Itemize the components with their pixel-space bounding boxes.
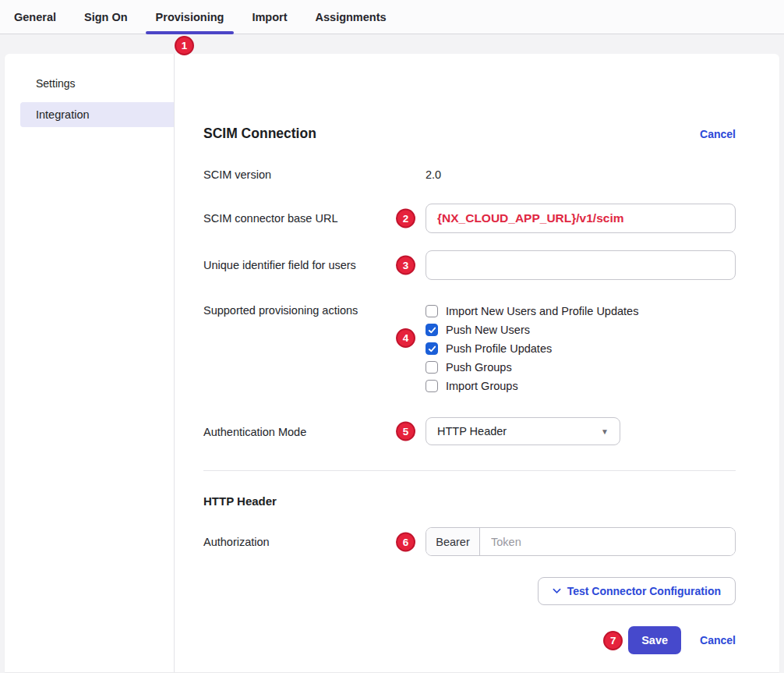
checkbox[interactable] bbox=[426, 342, 438, 355]
unique-id-input[interactable] bbox=[426, 250, 736, 280]
checkbox-push-profile-updates[interactable]: Push Profile Updates bbox=[426, 339, 736, 358]
scim-version-label: SCIM version bbox=[203, 168, 426, 182]
check-icon bbox=[428, 326, 436, 335]
checkbox-label: Import Groups bbox=[446, 380, 518, 392]
checkbox-import-new-users[interactable]: Import New Users and Profile Updates bbox=[426, 302, 736, 321]
checkbox[interactable] bbox=[426, 380, 438, 392]
sidebar-item-integration[interactable]: Integration bbox=[20, 102, 174, 127]
tab-general[interactable]: General bbox=[0, 0, 70, 34]
save-button[interactable]: Save bbox=[628, 626, 681, 654]
auth-mode-selected-value: HTTP Header bbox=[437, 425, 507, 437]
test-connector-button[interactable]: Test Connector Configuration bbox=[538, 577, 736, 605]
bearer-prefix: Bearer bbox=[426, 528, 480, 555]
annotation-badge-5: 5 bbox=[396, 422, 415, 441]
checkbox-push-new-users[interactable]: Push New Users bbox=[426, 321, 736, 339]
unique-id-label: Unique identifier field for users bbox=[203, 250, 426, 280]
provisioning-actions-label: Supported provisioning actions bbox=[203, 302, 426, 395]
checkbox-label: Import New Users and Profile Updates bbox=[446, 305, 638, 317]
page-title: SCIM Connection bbox=[203, 126, 316, 142]
tab-assignments[interactable]: Assignments bbox=[302, 0, 401, 34]
scim-version-value: 2.0 bbox=[426, 168, 441, 181]
check-icon bbox=[428, 345, 436, 353]
chevron-down-icon: ▼ bbox=[601, 427, 609, 436]
sidebar-heading: Settings bbox=[5, 77, 174, 90]
test-connector-label: Test Connector Configuration bbox=[567, 585, 721, 597]
base-url-input[interactable] bbox=[426, 204, 736, 233]
cancel-link-top[interactable]: Cancel bbox=[700, 128, 736, 140]
main-card: Settings Integration SCIM Connection Can… bbox=[5, 54, 779, 672]
scim-connection-form: SCIM Connection Cancel SCIM version 2.0 … bbox=[175, 54, 779, 672]
authorization-label: Authorization bbox=[203, 527, 426, 556]
annotation-badge-4: 4 bbox=[396, 328, 415, 348]
checkbox[interactable] bbox=[426, 361, 438, 374]
checkbox-import-groups[interactable]: Import Groups bbox=[426, 377, 736, 395]
checkbox[interactable] bbox=[426, 324, 438, 336]
token-input[interactable] bbox=[480, 528, 735, 555]
checkbox-label: Push New Users bbox=[446, 324, 530, 336]
tab-import[interactable]: Import bbox=[238, 0, 301, 34]
section-divider bbox=[203, 470, 736, 471]
auth-mode-label: Authentication Mode bbox=[203, 417, 426, 445]
base-url-label: SCIM connector base URL bbox=[203, 204, 426, 233]
tab-provisioning[interactable]: Provisioning bbox=[142, 0, 238, 34]
chevron-down-icon bbox=[553, 588, 561, 594]
settings-sidebar: Settings Integration bbox=[5, 54, 175, 672]
checkbox[interactable] bbox=[426, 305, 438, 317]
tab-sign-on[interactable]: Sign On bbox=[70, 0, 142, 34]
cancel-link-bottom[interactable]: Cancel bbox=[700, 634, 736, 646]
checkbox-label: Push Groups bbox=[446, 361, 512, 374]
annotation-badge-3: 3 bbox=[396, 256, 415, 275]
auth-mode-select[interactable]: HTTP Header ▼ bbox=[426, 417, 620, 445]
authorization-input-group: Bearer bbox=[426, 527, 736, 556]
checkbox-push-groups[interactable]: Push Groups bbox=[426, 358, 736, 377]
checkbox-label: Push Profile Updates bbox=[446, 342, 552, 355]
annotation-badge-7: 7 bbox=[603, 631, 623, 650]
annotation-badge-1: 1 bbox=[175, 36, 194, 55]
annotation-badge-2: 2 bbox=[396, 209, 415, 228]
http-header-section-title: HTTP Header bbox=[203, 494, 736, 508]
app-tab-bar: General Sign On Provisioning Import Assi… bbox=[0, 0, 784, 34]
annotation-badge-6: 6 bbox=[396, 532, 415, 551]
